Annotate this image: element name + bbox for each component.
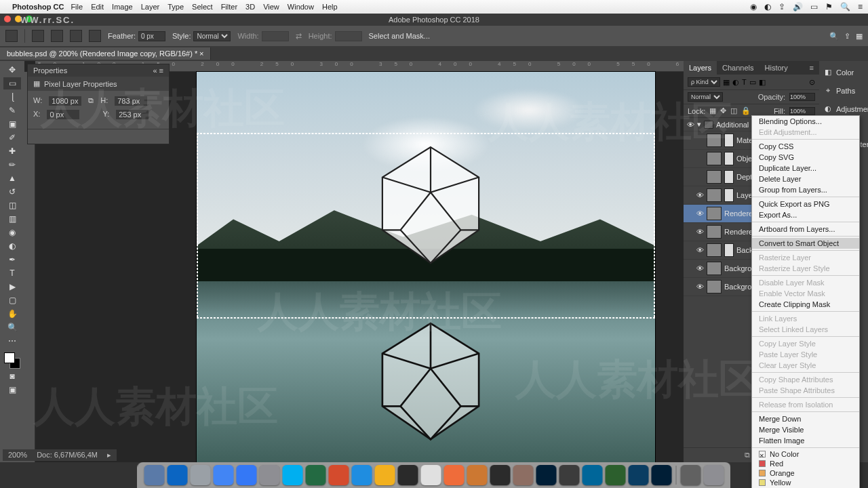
selection-new-icon[interactable] bbox=[32, 30, 44, 42]
dock-app-icon[interactable] bbox=[467, 465, 488, 485]
dock-app-icon[interactable] bbox=[583, 465, 603, 485]
adjustments-panel-button[interactable]: ◐Adjustment... bbox=[823, 104, 868, 113]
document-canvas[interactable] bbox=[197, 72, 655, 462]
status-chevron-icon[interactable]: ▸ bbox=[107, 451, 111, 460]
quick-mask-tool[interactable]: ◙ bbox=[3, 370, 21, 382]
history-brush-tool[interactable]: ↺ bbox=[3, 186, 21, 198]
dock-app-icon[interactable] bbox=[513, 465, 534, 485]
link-layers-icon[interactable]: ⧉ bbox=[745, 451, 750, 460]
context-menu-item[interactable]: Group from Layers... bbox=[752, 184, 859, 195]
lock-pixels-icon[interactable]: ▦ bbox=[709, 106, 716, 115]
menu-layer[interactable]: Layer bbox=[141, 3, 160, 11]
shape-tool[interactable]: ▢ bbox=[3, 294, 21, 306]
selection-intersect-icon[interactable] bbox=[89, 30, 101, 42]
wifi-icon[interactable]: ⇪ bbox=[778, 2, 785, 12]
context-menu-item[interactable]: Quick Export as PNG bbox=[752, 199, 859, 209]
stamp-tool[interactable]: ▲ bbox=[3, 172, 21, 184]
fill-input[interactable] bbox=[789, 107, 815, 115]
context-menu-item[interactable]: Duplicate Layer... bbox=[752, 163, 859, 174]
menu-3d[interactable]: 3D bbox=[245, 3, 255, 11]
context-menu-item[interactable]: Artboard from Layers... bbox=[752, 224, 859, 235]
tab-layers[interactable]: Layers bbox=[684, 61, 717, 75]
layer-thumbnail[interactable] bbox=[704, 121, 713, 129]
layer-thumbnail[interactable] bbox=[707, 262, 722, 275]
visibility-toggle-icon[interactable]: 👁 bbox=[696, 264, 704, 272]
dock-app-icon[interactable] bbox=[352, 465, 372, 485]
gradient-tool[interactable]: ▥ bbox=[3, 213, 21, 225]
eyedropper-tool[interactable]: ✐ bbox=[3, 131, 21, 144]
filter-smart-icon[interactable]: ◧ bbox=[759, 78, 766, 87]
menu-edit[interactable]: Edit bbox=[91, 3, 104, 11]
volume-icon[interactable]: 🔊 bbox=[793, 2, 803, 12]
context-menu-item[interactable]: Flatten Image bbox=[752, 435, 859, 446]
screen-mode-tool[interactable]: ▣ bbox=[3, 384, 21, 396]
menu-file[interactable]: File bbox=[71, 3, 83, 11]
context-color-item[interactable]: Red bbox=[752, 459, 859, 468]
dock-mail-icon[interactable] bbox=[237, 465, 257, 485]
layer-mask-thumbnail[interactable] bbox=[724, 152, 734, 165]
share-icon[interactable]: ⇪ bbox=[844, 32, 850, 41]
dock-calendar-icon[interactable] bbox=[329, 465, 349, 485]
visibility-toggle-icon[interactable]: 👁 bbox=[696, 209, 704, 218]
dock-photoshop-icon[interactable] bbox=[652, 465, 672, 485]
context-color-item[interactable]: Yellow bbox=[752, 478, 859, 487]
search-icon[interactable]: 🔍 bbox=[840, 2, 850, 12]
close-icon[interactable] bbox=[4, 16, 11, 22]
layer-thumbnail[interactable] bbox=[707, 134, 722, 147]
filter-pixel-icon[interactable]: ▦ bbox=[723, 78, 730, 87]
layer-thumbnail[interactable] bbox=[707, 170, 722, 184]
dock-dimension-icon[interactable] bbox=[606, 465, 626, 485]
sync-icon[interactable]: ◐ bbox=[764, 2, 771, 12]
layer-thumbnail[interactable] bbox=[707, 188, 722, 202]
record-icon[interactable]: ◉ bbox=[750, 2, 757, 12]
layer-filter-kind[interactable]: ρ Kind bbox=[688, 77, 720, 87]
context-menu-item[interactable]: Copy CSS bbox=[752, 141, 859, 152]
context-menu-item[interactable]: Convert to Smart Object bbox=[752, 238, 859, 249]
selection-subtract-icon[interactable] bbox=[70, 30, 82, 42]
tool-preset-icon[interactable] bbox=[5, 30, 18, 42]
context-menu-item[interactable]: Export As... bbox=[752, 209, 859, 220]
lock-artboard-icon[interactable]: ◫ bbox=[730, 106, 737, 115]
search-bar-icon[interactable]: 🔍 bbox=[829, 32, 839, 41]
prop-width[interactable]: 1080 px bbox=[49, 96, 81, 106]
dock-app-icon[interactable] bbox=[260, 465, 280, 485]
path-select-tool[interactable]: ▶ bbox=[3, 281, 21, 293]
app-menu[interactable]: Photoshop CC bbox=[12, 3, 64, 11]
link-icon[interactable]: ⧉ bbox=[88, 96, 94, 106]
dock-lightroom-icon[interactable] bbox=[536, 465, 557, 485]
filter-toggle[interactable]: ⊙ bbox=[809, 78, 815, 87]
blend-mode-select[interactable]: Normal bbox=[688, 92, 723, 102]
menu-type[interactable]: Type bbox=[167, 3, 184, 11]
lock-all-icon[interactable]: 🔒 bbox=[741, 106, 751, 115]
layer-mask-thumbnail[interactable] bbox=[724, 134, 734, 147]
workspace-icon[interactable]: ▦ bbox=[856, 32, 863, 41]
feather-input[interactable] bbox=[138, 31, 165, 41]
menu-view[interactable]: View bbox=[263, 3, 279, 11]
menu-image[interactable]: Image bbox=[112, 3, 133, 11]
properties-tab[interactable]: Properties bbox=[33, 66, 67, 75]
dock-app-icon[interactable] bbox=[375, 465, 395, 485]
context-menu-item[interactable]: Delete Layer bbox=[752, 174, 859, 184]
crop-tool[interactable]: ▣ bbox=[3, 118, 21, 130]
prop-y[interactable]: 253 px bbox=[116, 110, 149, 119]
layer-mask-thumbnail[interactable] bbox=[724, 243, 734, 257]
dock-trash-icon[interactable] bbox=[704, 465, 724, 485]
dock-vlc-icon[interactable] bbox=[444, 465, 465, 485]
mac-dock[interactable] bbox=[138, 462, 731, 488]
style-select[interactable]: Normal bbox=[193, 31, 231, 41]
dock-bridge-icon[interactable] bbox=[629, 465, 649, 485]
layer-thumbnail[interactable] bbox=[707, 152, 722, 165]
prop-x[interactable]: 0 px bbox=[47, 110, 79, 119]
filter-type-icon[interactable]: T bbox=[742, 78, 747, 86]
visibility-toggle-icon[interactable]: 👁 bbox=[686, 121, 694, 129]
type-tool[interactable]: T bbox=[3, 267, 21, 279]
dock-terminal-icon[interactable] bbox=[398, 465, 418, 485]
layer-mask-thumbnail[interactable] bbox=[724, 170, 734, 184]
selection-add-icon[interactable] bbox=[51, 30, 63, 42]
context-menu-item[interactable]: Copy SVG bbox=[752, 152, 859, 163]
menu-select[interactable]: Select bbox=[192, 3, 213, 11]
visibility-toggle-icon[interactable]: 👁 bbox=[696, 191, 704, 199]
flag-icon[interactable]: ⚑ bbox=[825, 2, 833, 12]
context-menu-item[interactable]: Create Clipping Mask bbox=[752, 299, 859, 310]
zoom-tool[interactable]: 🔍 bbox=[3, 321, 21, 333]
